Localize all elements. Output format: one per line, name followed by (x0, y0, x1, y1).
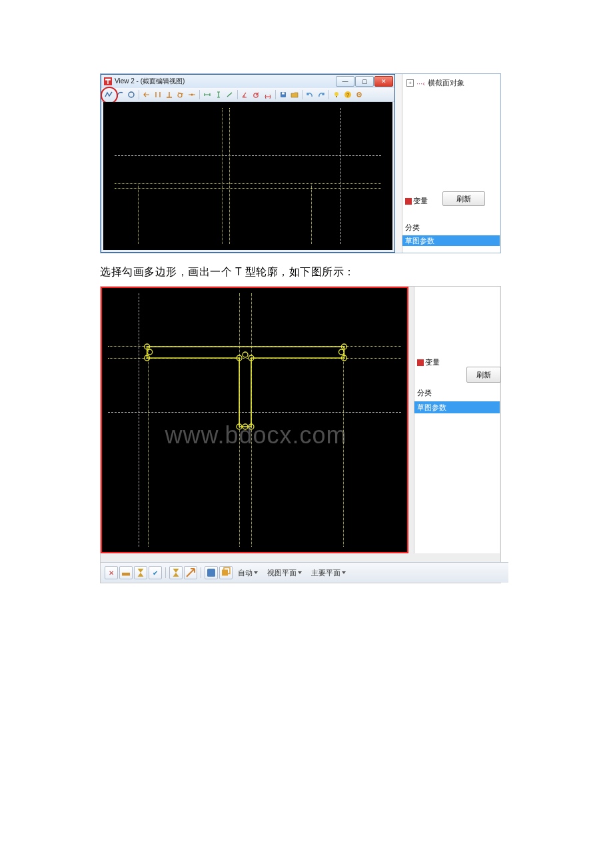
properties-panel: + ···‹ 横截面对象 变量 刷新 分类 草图参数 (402, 74, 500, 253)
sketch-params-header[interactable]: 草图参数 (414, 401, 500, 413)
grid-line (138, 183, 139, 244)
view-3d-icon[interactable] (219, 566, 233, 579)
red-square-icon (417, 359, 424, 366)
variable-label: 变量 (402, 195, 430, 207)
edit-tool-icon[interactable] (119, 566, 133, 579)
svg-rect-26 (222, 570, 228, 576)
main-plane-dropdown[interactable]: 主要平面 (307, 568, 350, 578)
view-plane-label: 视图平面 (267, 568, 297, 578)
circle-tool-icon[interactable] (126, 89, 137, 100)
grid-line (311, 183, 312, 244)
dim-radius-icon[interactable] (251, 89, 262, 100)
category-label: 分类 (417, 388, 432, 398)
expand-icon[interactable]: + (406, 79, 414, 87)
dim-aligned-icon[interactable] (225, 89, 235, 100)
tree-item-label: 横截面对象 (428, 78, 464, 88)
hourglass-icon[interactable] (169, 566, 183, 579)
dropdown-caret-icon (342, 571, 346, 574)
svg-rect-24 (122, 573, 130, 576)
grid-line (115, 183, 380, 184)
category-label: 分类 (405, 223, 420, 233)
redo-icon[interactable] (316, 89, 326, 100)
svg-rect-25 (207, 569, 215, 577)
save-icon[interactable] (278, 89, 289, 100)
svg-text:?: ? (346, 92, 350, 98)
arrow-icon[interactable] (184, 566, 197, 579)
sketch-params-header[interactable]: 草图参数 (402, 235, 500, 246)
tangent-tool-icon[interactable] (175, 89, 186, 100)
grid-line (222, 108, 223, 244)
main-plane-label: 主要平面 (311, 568, 340, 578)
tree-item[interactable]: + ···‹ 横截面对象 (402, 74, 500, 92)
close-button[interactable]: ✕ (374, 76, 393, 87)
properties-panel: 变量 刷新 分类 草图参数 (414, 287, 500, 553)
dropdown-caret-icon (298, 571, 302, 574)
variable-label: 变量 (414, 356, 442, 369)
snap-mode-dropdown[interactable]: 自动 (234, 568, 262, 578)
caption-text: 选择勾画多边形，画出一个 T 型轮廓，如下图所示： (100, 265, 513, 279)
red-square-icon (405, 198, 412, 205)
axis-horizontal (108, 412, 401, 413)
pink-marker-icon: ···‹ (416, 79, 425, 87)
svg-rect-7 (336, 96, 337, 97)
grid-line (343, 346, 344, 547)
maximize-button[interactable]: ▢ (355, 76, 374, 87)
coincident-tool-icon[interactable] (187, 89, 197, 100)
refresh-button[interactable]: 刷新 (442, 191, 485, 206)
grid-line (108, 358, 401, 359)
confirm-icon[interactable]: ✔ (149, 566, 162, 579)
sketch-canvas[interactable]: www.bdocx.com (101, 287, 408, 553)
polyline-tool-icon[interactable] (103, 89, 114, 100)
window-title: View 2 - (截面编辑视图) (115, 77, 185, 86)
open-icon[interactable] (289, 89, 300, 100)
app-window: View 2 - (截面编辑视图) — ▢ ✕ (101, 74, 395, 253)
svg-point-20 (243, 352, 248, 357)
svg-point-6 (334, 92, 338, 96)
dropdown-caret-icon (254, 571, 258, 574)
view-plane-icon[interactable] (205, 566, 218, 579)
delete-icon[interactable]: ✕ (105, 566, 118, 579)
undo-icon[interactable] (305, 89, 315, 100)
grid-line (229, 108, 230, 244)
svg-point-0 (129, 92, 134, 97)
sketch-editor-window-1: View 2 - (截面编辑视图) — ▢ ✕ (100, 73, 501, 253)
svg-rect-5 (282, 93, 285, 95)
parallel-tool-icon[interactable] (153, 89, 163, 100)
dim-length-icon[interactable] (263, 89, 273, 100)
minimize-button[interactable]: — (336, 76, 354, 87)
grid-line (108, 346, 401, 347)
grid-line (115, 188, 380, 189)
refresh-button[interactable]: 刷新 (466, 367, 501, 383)
view-plane-dropdown[interactable]: 视图平面 (263, 568, 306, 578)
help-icon[interactable]: ? (342, 89, 353, 100)
grid-line (251, 293, 252, 547)
sketch-editor-window-2: www.bdocx.com 变量 刷新 分类 草图参数 ✕ ✔ 自动 (100, 286, 501, 583)
bottom-toolbar: ✕ ✔ 自动 视图平面 主要平面 (101, 562, 508, 583)
titlebar: View 2 - (截面编辑视图) — ▢ ✕ (101, 75, 394, 88)
sketch-canvas[interactable] (103, 102, 392, 250)
sketch-toolbar: ? (101, 88, 394, 102)
grid-line (148, 346, 149, 547)
settings-icon[interactable] (354, 89, 364, 100)
dim-vertical-icon[interactable] (213, 89, 224, 100)
grid-line (239, 293, 240, 547)
svg-point-23 (243, 424, 248, 429)
hourglass-icon[interactable] (134, 566, 147, 579)
perpendicular-tool-icon[interactable] (164, 89, 175, 100)
axis-vertical (139, 293, 139, 547)
snap-mode-label: 自动 (238, 568, 253, 578)
svg-point-11 (358, 94, 360, 95)
bulb-icon[interactable] (331, 89, 342, 100)
app-icon (104, 77, 112, 85)
arc-tool-icon[interactable] (115, 89, 125, 100)
svg-point-1 (178, 93, 182, 97)
dim-horizontal-icon[interactable] (202, 89, 213, 100)
constraint-tool-icon[interactable] (141, 89, 152, 100)
axis-vertical (340, 108, 341, 244)
dim-angle-icon[interactable] (240, 89, 251, 100)
